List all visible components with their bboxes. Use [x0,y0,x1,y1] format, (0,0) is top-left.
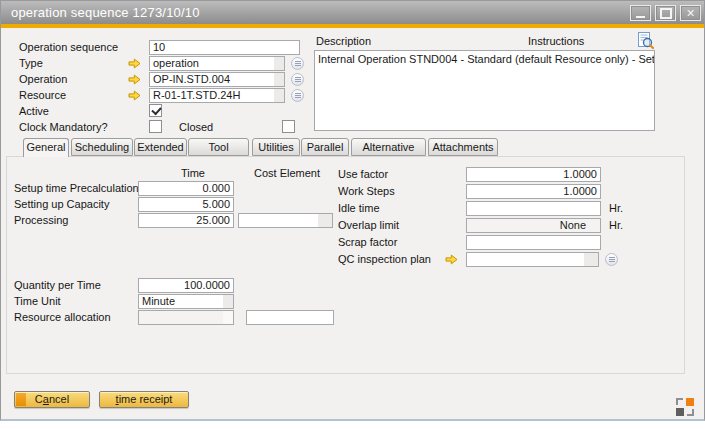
operation-field[interactable]: OP-IN.STD.004 [149,72,285,87]
quantity-per-time-field[interactable]: 100.0000 [138,278,234,293]
dropdown-strip [274,73,284,86]
overlap-limit-field[interactable]: None [466,218,601,233]
maximize-icon [660,8,672,19]
type-label: Type [19,56,43,71]
form-settings-icon[interactable] [676,398,694,416]
tab-alternative[interactable]: Alternative [351,138,426,156]
cancel-button[interactable]: Cancel [14,391,90,408]
quad-corner-bottom-right [687,409,694,416]
resource-label: Resource [19,88,66,103]
dropdown-strip [223,295,233,308]
dropdown-strip [223,311,233,324]
tab-extended[interactable]: Extended [134,138,187,156]
dropdown-strip [274,57,284,70]
link-arrow-icon[interactable] [128,74,141,85]
dropdown-strip [274,89,284,102]
operation-value: OP-IN.STD.004 [153,73,230,85]
use-factor-label: Use factor [338,167,388,182]
list-selection-icon[interactable] [605,253,618,266]
type-field[interactable]: operation [149,56,285,71]
list-selection-icon[interactable] [291,89,304,102]
quad-square-orange [686,398,694,406]
dropdown-strip [318,214,332,227]
idle-time-label: Idle time [338,201,380,216]
link-arrow-icon[interactable] [128,90,141,101]
description-label: Description [316,34,371,49]
operation-sequence-label: Operation sequence [19,40,118,55]
list-selection-icon[interactable] [291,57,304,70]
quantity-per-time-label: Quantity per Time [14,278,101,293]
tab-tool[interactable]: Tool [188,138,249,156]
qc-inspection-plan-label: QC inspection plan [338,252,431,267]
cost-element-column-header: Cost Element [254,166,320,181]
time-column-header: Time [151,166,205,181]
accent-stripe [1,24,704,28]
setting-up-capacity-label: Setting up Capacity [14,197,109,212]
time-unit-combo[interactable]: Minute [138,294,234,309]
link-arrow-icon[interactable] [445,254,458,265]
dropdown-strip [584,253,598,266]
link-arrow-icon[interactable] [128,58,141,69]
quad-corner-top-left [676,398,683,405]
setup-time-field[interactable]: 0.000 [138,181,234,196]
work-steps-label: Work Steps [338,184,395,199]
qc-inspection-plan-field[interactable] [466,252,599,267]
setup-time-label: Setup time Precalculation [14,181,139,196]
closed-label: Closed [179,120,213,135]
processing-label: Processing [14,213,68,228]
instructions-label: Instructions [528,34,584,49]
close-icon: ✕ [686,8,695,19]
resource-field[interactable]: R-01-1T.STD.24H [149,88,285,103]
operation-label: Operation [19,72,67,87]
tab-scheduling[interactable]: Scheduling [71,138,133,156]
setting-up-capacity-field[interactable]: 5.000 [138,197,234,212]
active-label: Active [19,104,49,119]
work-steps-field[interactable]: 1.0000 [466,184,601,199]
resource-allocation-combo[interactable] [138,310,234,325]
tab-general[interactable]: General [23,138,69,157]
minimize-icon [636,16,645,18]
description-textarea[interactable]: Internal Operation STND004 - Standard (d… [314,50,655,131]
close-button[interactable]: ✕ [680,5,701,21]
window-title-bar[interactable]: operation sequence 1273/10/10 ✕ [1,1,704,24]
list-selection-icon[interactable] [291,73,304,86]
type-value: operation [153,57,199,69]
resource-allocation-extra-field[interactable] [246,310,334,325]
processing-field[interactable]: 25.000 [138,213,234,228]
closed-checkbox[interactable] [282,120,295,133]
resource-allocation-label: Resource allocation [14,310,111,325]
quad-square-dark [676,408,684,416]
instructions-edit-icon[interactable] [637,32,654,49]
tab-utilities[interactable]: Utilities [252,138,300,156]
maximize-button[interactable] [655,5,676,21]
processing-cost-element-field[interactable] [238,213,333,228]
time-unit-value: Minute [142,295,175,307]
scrap-factor-field[interactable] [466,235,601,250]
idle-time-field[interactable] [466,201,601,216]
time-receipt-button[interactable]: time receipt [99,391,189,408]
window-title: operation sequence 1273/10/10 [11,5,200,20]
cancel-button-label: Cancel [35,393,69,405]
dialog-window: operation sequence 1273/10/10 ✕ Operatio… [0,0,705,421]
tab-parallel[interactable]: Parallel [301,138,349,156]
overlap-limit-unit-label: Hr. [609,218,623,233]
default-button-indicator [16,393,26,406]
scrap-factor-label: Scrap factor [338,235,397,250]
resource-value: R-01-1T.STD.24H [153,89,240,101]
clock-mandatory-label: Clock Mandatory? [19,120,108,135]
time-receipt-button-label: time receipt [116,393,173,405]
idle-time-unit-label: Hr. [609,201,623,216]
clock-mandatory-checkbox[interactable] [149,120,162,133]
use-factor-field[interactable]: 1.0000 [466,167,601,182]
operation-sequence-field[interactable]: 10 [149,40,300,55]
active-checkbox[interactable] [149,104,162,117]
overlap-limit-label: Overlap limit [338,218,399,233]
time-unit-label: Time Unit [14,294,61,309]
window-controls: ✕ [630,5,701,21]
minimize-button[interactable] [630,5,651,21]
tab-attachments[interactable]: Attachments [428,138,498,156]
